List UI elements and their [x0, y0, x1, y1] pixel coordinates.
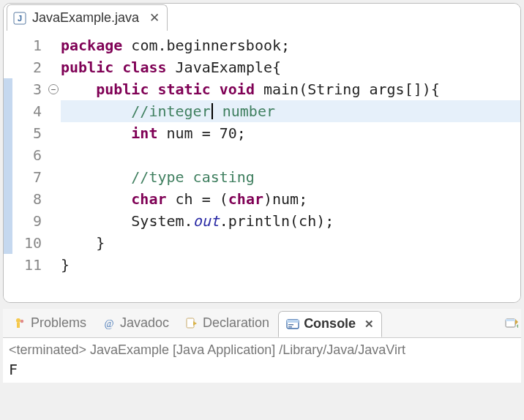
line-number-gutter: 1234567891011 — [12, 34, 46, 302]
fold-cell — [46, 34, 61, 56]
svg-rect-6 — [187, 318, 194, 328]
line-number: 8 — [12, 188, 42, 210]
code-line[interactable]: //type casting — [61, 166, 520, 188]
declaration-icon — [185, 317, 198, 330]
fold-toggle-icon[interactable]: − — [48, 84, 59, 94]
marker-cell — [4, 188, 12, 210]
tab-label: Javadoc — [120, 315, 169, 331]
views-tab-bar: Problems@JavadocDeclarationConsole✕ + — [3, 309, 521, 338]
marker-cell — [4, 34, 12, 56]
svg-text:@: @ — [105, 318, 114, 329]
fold-cell: − — [46, 78, 61, 100]
svg-rect-3 — [17, 323, 20, 328]
code-editor[interactable]: 1234567891011 − package com.beginnersboo… — [4, 30, 520, 302]
svg-rect-9 — [288, 324, 293, 326]
javadoc-icon: @ — [102, 317, 116, 330]
svg-rect-10 — [288, 326, 292, 328]
fold-cell — [46, 56, 61, 78]
code-line[interactable]: package com.beginnersbook; — [61, 34, 520, 56]
marker-cell — [4, 210, 12, 232]
fold-cell — [46, 188, 61, 210]
marker-ruler — [4, 34, 12, 302]
fold-cell — [46, 100, 61, 122]
fold-cell — [46, 166, 61, 188]
code-line[interactable]: } — [61, 254, 520, 276]
fold-cell — [46, 210, 61, 232]
line-number: 10 — [12, 232, 42, 254]
text-caret — [212, 103, 213, 119]
editor-tab-label: JavaExample.java — [32, 10, 139, 26]
close-icon[interactable]: ✕ — [364, 318, 374, 331]
fold-cell — [46, 122, 61, 144]
java-file-icon: J — [13, 12, 26, 25]
editor-panel: J JavaExample.java ✕ 1234567891011 − pac… — [3, 3, 521, 303]
tab-label: Console — [304, 316, 356, 331]
line-number: 11 — [12, 254, 42, 276]
line-number: 5 — [12, 122, 42, 144]
fold-cell — [46, 144, 61, 166]
code-line[interactable]: public class JavaExample{ — [61, 56, 520, 78]
line-number: 3 — [12, 78, 42, 100]
tab-label: Problems — [31, 315, 86, 331]
code-line[interactable]: public static void main(String args[]){ — [61, 78, 520, 100]
line-number: 4 — [12, 100, 42, 122]
line-number: 9 — [12, 210, 42, 232]
fold-cell — [46, 232, 61, 254]
svg-text:+: + — [516, 323, 518, 330]
bottom-panel: Problems@JavadocDeclarationConsole✕ + <t… — [3, 309, 521, 383]
folding-ruler: − — [46, 34, 61, 302]
console-output: F — [9, 361, 515, 378]
svg-point-2 — [16, 318, 20, 323]
marker-cell — [4, 78, 12, 100]
editor-tab-javaexample[interactable]: J JavaExample.java ✕ — [7, 4, 168, 31]
open-console-icon[interactable]: + — [505, 317, 518, 330]
tab-problems[interactable]: Problems — [6, 310, 94, 337]
console-status: <terminated> JavaExample [Java Applicati… — [9, 342, 515, 358]
marker-cell — [4, 166, 12, 188]
tab-console[interactable]: Console✕ — [278, 311, 382, 337]
marker-cell — [4, 144, 12, 166]
line-number: 1 — [12, 34, 42, 56]
marker-cell — [4, 254, 12, 276]
code-content[interactable]: package com.beginnersbook;public class J… — [61, 34, 520, 302]
console-body: <terminated> JavaExample [Java Applicati… — [3, 338, 521, 383]
code-line[interactable] — [61, 144, 520, 166]
marker-cell — [4, 56, 12, 78]
svg-rect-12 — [506, 319, 515, 321]
problems-icon — [13, 317, 26, 330]
svg-point-4 — [20, 319, 23, 322]
tab-javadoc[interactable]: @Javadoc — [95, 310, 176, 337]
editor-tab-bar: J JavaExample.java ✕ — [4, 4, 520, 30]
close-icon[interactable]: ✕ — [149, 10, 160, 26]
tab-declaration[interactable]: Declaration — [178, 310, 277, 337]
code-line[interactable]: } — [61, 232, 520, 254]
code-line[interactable]: //integer number — [61, 100, 520, 122]
svg-text:J: J — [18, 14, 22, 23]
console-icon — [286, 318, 299, 331]
svg-rect-8 — [287, 320, 299, 323]
line-number: 7 — [12, 166, 42, 188]
marker-cell — [4, 100, 12, 122]
line-number: 2 — [12, 56, 42, 78]
tab-label: Declaration — [203, 315, 269, 331]
code-line[interactable]: int num = 70; — [61, 122, 520, 144]
marker-cell — [4, 232, 12, 254]
fold-cell — [46, 254, 61, 276]
code-line[interactable]: char ch = (char)num; — [61, 188, 520, 210]
marker-cell — [4, 122, 12, 144]
line-number: 6 — [12, 144, 42, 166]
code-line[interactable]: System.out.println(ch); — [61, 210, 520, 232]
